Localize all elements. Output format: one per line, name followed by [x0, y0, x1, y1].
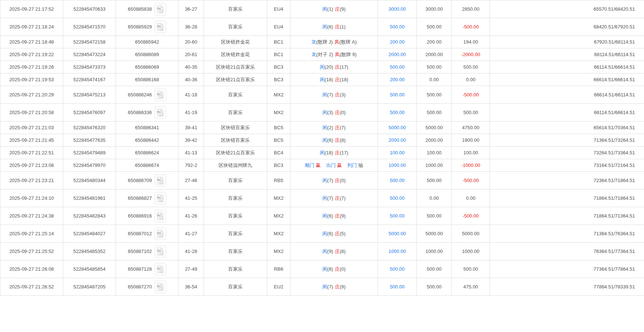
- cell-bet-time: 2025-09-27 21:19:53: [0, 73, 63, 86]
- result-segment: 庄: [335, 77, 340, 82]
- cell-table-code: EU4: [267, 0, 290, 18]
- cell-bet-amount: 200.00: [378, 36, 417, 48]
- result-group: 闲(8): [323, 266, 333, 272]
- cell-game-name: 百家乐: [204, 207, 267, 225]
- cell-balance: 65614.51/70364.51: [490, 121, 644, 134]
- cell-table-code: BC1: [267, 36, 290, 48]
- result-segment: (0): [340, 110, 346, 115]
- cell-win-loss: 100.00: [452, 147, 490, 159]
- cell-bet-id: 522845487205: [63, 278, 116, 296]
- video-file-icon[interactable]: [154, 192, 166, 205]
- cell-win-loss: -2000.00: [452, 48, 490, 61]
- round-id-text: 650886916: [128, 213, 152, 219]
- cell-bet-time: 2025-09-27 21:25:14: [0, 225, 63, 243]
- result-segment: 闲: [320, 77, 324, 82]
- result-segment: 闲: [323, 92, 327, 97]
- result-group: 闲(6): [323, 137, 333, 143]
- table-row: 2025-09-27 21:19:53 522845474167 6508861…: [0, 73, 644, 86]
- cell-win-loss: 194.00: [452, 36, 490, 48]
- cell-win-loss: 2850.00: [452, 0, 490, 18]
- cell-game-name: 百家乐: [204, 278, 267, 296]
- result-segment: 闲: [323, 6, 327, 12]
- result-group: 庄(0): [335, 178, 346, 183]
- result-segment: 龙: [311, 52, 316, 57]
- result-segment: 闲: [320, 150, 324, 155]
- result-segment: 龙: [311, 39, 316, 45]
- video-file-icon[interactable]: [154, 174, 166, 187]
- cell-game-name: 区块链21点百家乐: [204, 147, 267, 159]
- result-segment: 顺门: [305, 162, 314, 168]
- cell-win-loss: 500.00: [452, 260, 490, 278]
- table-row: 2025-09-27 21:21:03 522845476320 6508863…: [0, 121, 644, 134]
- cell-round-id: 650886069: [116, 61, 178, 73]
- cell-win-loss: 475.00: [452, 278, 490, 296]
- result-group: 闲(9): [323, 249, 333, 254]
- cell-bet-amount: 500.00: [378, 278, 417, 296]
- video-file-icon[interactable]: [154, 245, 166, 258]
- result-segment: (6): [327, 24, 333, 30]
- cell-bet-id: 522845477635: [63, 134, 116, 147]
- cell-balance: 65570.51/68420.51: [490, 0, 644, 18]
- cell-round-id: 650886336: [116, 104, 178, 121]
- result-segment: (18): [324, 77, 333, 82]
- result-group: 庄(1): [335, 24, 346, 30]
- video-file-icon[interactable]: [154, 21, 166, 33]
- cell-game-result: 闲(8)庄(0): [290, 260, 378, 278]
- cell-bet-time: 2025-09-27 21:17:52: [0, 0, 63, 18]
- cell-table-code: MX2: [267, 104, 290, 121]
- cell-bet-id: 522845476320: [63, 121, 116, 134]
- result-group: 庄(9): [335, 6, 346, 12]
- cell-game-result: 闲(18)庄(18): [290, 73, 378, 86]
- result-segment: (9): [340, 284, 346, 290]
- table-row: 2025-09-27 21:23:08 522845479970 6508866…: [0, 159, 644, 172]
- cell-bet-amount: 500.00: [378, 189, 417, 207]
- cell-bet-amount: 2000.00: [378, 48, 417, 61]
- table-row: 2025-09-27 21:21:45 522845477635 6508864…: [0, 134, 644, 147]
- cell-table-code: MX2: [267, 86, 290, 104]
- video-file-icon[interactable]: [154, 281, 166, 293]
- cell-round-id: 650887128: [116, 260, 178, 278]
- cell-valid-amount: 500.00: [417, 278, 452, 296]
- cell-game-result: 闲(7)庄(7): [290, 189, 378, 207]
- result-segment: (散牌 9): [340, 52, 357, 57]
- cell-round-id: 650885942: [116, 36, 178, 48]
- result-segment: 庄: [335, 6, 340, 12]
- cell-round-id: 650885929: [116, 18, 178, 36]
- result-segment: 赢: [314, 162, 321, 168]
- cell-bet-time: 2025-09-27 21:18:24: [0, 18, 63, 36]
- result-segment: 出门: [326, 162, 336, 168]
- video-file-icon[interactable]: [154, 263, 166, 275]
- cell-bet-id: 522845481961: [63, 189, 116, 207]
- video-file-icon[interactable]: [154, 3, 166, 16]
- cell-round-id: 650887012: [116, 225, 178, 243]
- video-file-icon[interactable]: [154, 89, 166, 101]
- cell-round-number: 792-2: [178, 159, 204, 172]
- cell-game-name: 区块链21点百家乐: [204, 73, 267, 86]
- cell-round-number: 20-61: [178, 48, 204, 61]
- result-segment: 闲: [323, 178, 327, 183]
- cell-game-name: 百家乐: [204, 260, 267, 278]
- cell-win-loss: 4750.00: [452, 121, 490, 134]
- cell-game-name: 百家乐: [204, 18, 267, 36]
- cell-round-number: 20-60: [178, 36, 204, 48]
- cell-game-name: 百家乐: [204, 104, 267, 121]
- cell-bet-amount: 500.00: [378, 172, 417, 189]
- cell-bet-id: 522845473224: [63, 48, 116, 61]
- cell-bet-amount: 500.00: [378, 61, 417, 73]
- video-file-icon[interactable]: [154, 227, 166, 240]
- cell-bet-time: 2025-09-27 21:24:38: [0, 207, 63, 225]
- result-segment: (9): [340, 6, 346, 12]
- result-segment: (6): [327, 137, 333, 143]
- video-file-icon[interactable]: [154, 210, 166, 222]
- result-group: 庄(0): [335, 266, 346, 272]
- cell-table-code: BC3: [267, 159, 290, 172]
- video-file-icon[interactable]: [154, 106, 166, 119]
- result-group: 庄(17): [335, 64, 348, 70]
- table-row: 2025-09-27 21:20:58 522845476097 6508863…: [0, 104, 644, 121]
- cell-bet-time: 2025-09-27 21:21:45: [0, 134, 63, 147]
- cell-bet-time: 2025-09-27 21:26:08: [0, 260, 63, 278]
- result-group: 闲(2): [323, 125, 333, 130]
- result-segment: 闲: [323, 266, 327, 272]
- cell-table-code: BC3: [267, 73, 290, 86]
- result-segment: (5): [340, 231, 346, 236]
